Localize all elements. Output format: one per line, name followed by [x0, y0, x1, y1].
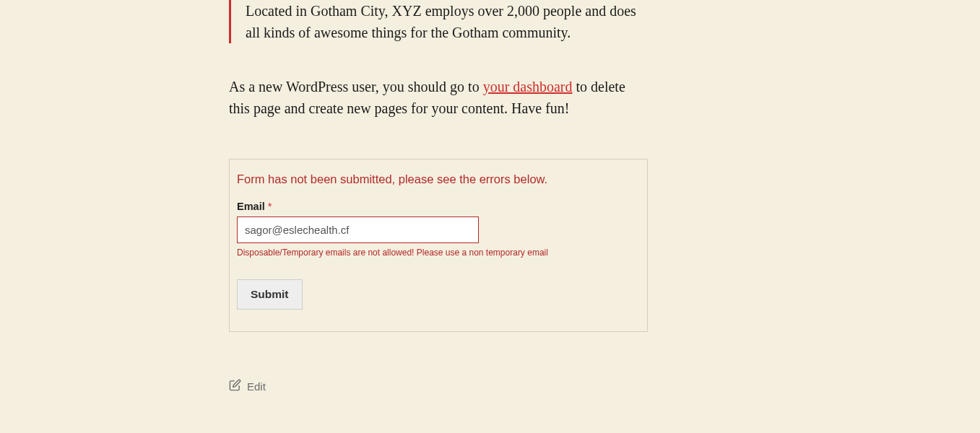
- form-error-summary: Form has not been submitted, please see …: [237, 172, 640, 186]
- email-field-error: Disposable/Temporary emails are not allo…: [237, 248, 640, 258]
- submit-button[interactable]: Submit: [237, 279, 303, 310]
- edit-icon: [229, 379, 241, 393]
- email-form: Form has not been submitted, please see …: [229, 159, 648, 332]
- email-label-text: Email: [237, 201, 265, 212]
- dashboard-link[interactable]: your dashboard: [483, 79, 573, 95]
- blockquote-text: Located in Gotham City, XYZ employs over…: [246, 0, 648, 43]
- required-mark: *: [268, 201, 272, 212]
- blockquote: Located in Gotham City, XYZ employs over…: [229, 0, 648, 43]
- edit-link[interactable]: Edit: [229, 379, 266, 393]
- intro-paragraph: As a new WordPress user, you should go t…: [229, 76, 648, 119]
- edit-label: Edit: [247, 380, 266, 393]
- email-label: Email *: [237, 201, 640, 212]
- para-before-link: As a new WordPress user, you should go t…: [229, 79, 483, 95]
- email-input[interactable]: [237, 216, 479, 243]
